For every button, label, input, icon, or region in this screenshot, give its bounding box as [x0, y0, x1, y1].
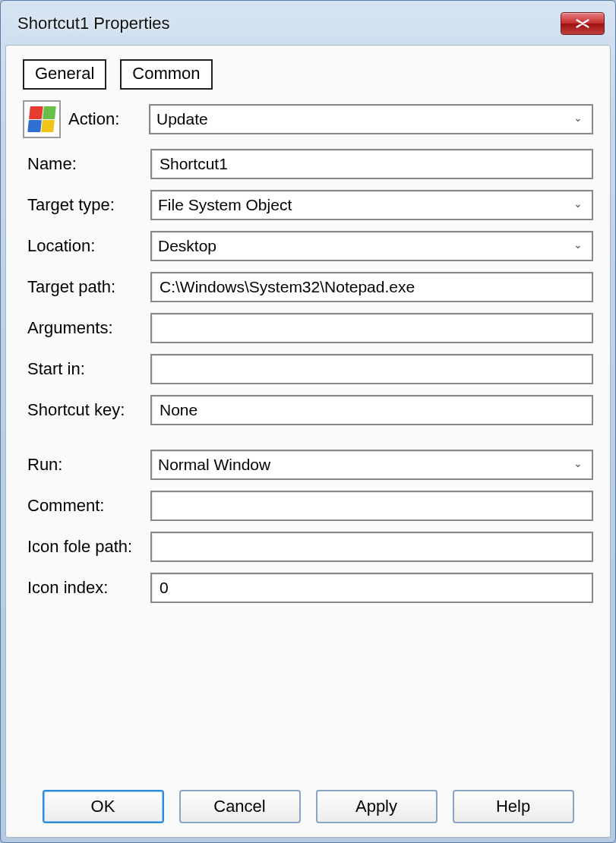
comment-field[interactable] — [150, 491, 593, 521]
row-comment: Comment: — [23, 491, 593, 521]
tab-strip: General Common — [23, 59, 593, 90]
start-in-field[interactable] — [150, 354, 593, 384]
label-start-in: Start in: — [23, 359, 150, 379]
target-path-field[interactable] — [150, 272, 593, 302]
row-target-type: Target type: File System Object ⌄ — [23, 190, 593, 220]
target-path-input[interactable] — [158, 277, 586, 297]
label-name: Name: — [23, 154, 150, 174]
title-bar: Shortcut1 Properties — [1, 1, 615, 40]
label-shortcut-key: Shortcut key: — [23, 400, 150, 420]
chevron-down-icon: ⌄ — [573, 112, 583, 124]
spacer — [23, 436, 593, 450]
action-value: Update — [156, 110, 208, 128]
row-name: Name: — [23, 149, 593, 179]
shortcut-key-input[interactable] — [158, 400, 586, 420]
row-run: Run: Normal Window ⌄ — [23, 450, 593, 480]
label-location: Location: — [23, 236, 150, 256]
target-type-select[interactable]: File System Object ⌄ — [150, 190, 593, 220]
row-shortcut-key: Shortcut key: — [23, 395, 593, 425]
row-start-in: Start in: — [23, 354, 593, 384]
ok-button[interactable]: OK — [43, 790, 164, 823]
apply-button[interactable]: Apply — [316, 790, 438, 823]
close-icon — [574, 18, 591, 29]
icon-index-field[interactable] — [150, 573, 593, 603]
chevron-down-icon: ⌄ — [573, 457, 583, 469]
row-icon-index: Icon index: — [23, 573, 593, 603]
start-in-input[interactable] — [158, 359, 586, 379]
tab-general[interactable]: General — [23, 59, 106, 90]
label-target-type: Target type: — [23, 195, 150, 215]
label-action: Action: — [68, 109, 149, 129]
label-comment: Comment: — [23, 496, 150, 516]
close-button[interactable] — [561, 12, 605, 35]
location-value: Desktop — [158, 237, 216, 255]
run-select[interactable]: Normal Window ⌄ — [150, 450, 593, 480]
label-target-path: Target path: — [23, 277, 150, 297]
name-input[interactable] — [158, 154, 586, 174]
label-icon-file-path: Icon fole path: — [23, 537, 150, 557]
row-action: Action: Update ⌄ — [23, 100, 593, 138]
arguments-field[interactable] — [150, 313, 593, 343]
properties-window: Shortcut1 Properties General Common Acti… — [0, 0, 616, 843]
button-row: OK Cancel Apply Help — [23, 784, 593, 823]
comment-input[interactable] — [158, 496, 586, 516]
target-type-value: File System Object — [158, 196, 292, 214]
label-run: Run: — [23, 455, 150, 475]
label-icon-index: Icon index: — [23, 578, 150, 598]
row-target-path: Target path: — [23, 272, 593, 302]
action-select[interactable]: Update ⌄ — [149, 104, 593, 134]
shortcut-key-field[interactable] — [150, 395, 593, 425]
icon-file-path-input[interactable] — [158, 537, 586, 557]
row-location: Location: Desktop ⌄ — [23, 231, 593, 261]
icon-index-input[interactable] — [158, 578, 586, 598]
run-value: Normal Window — [158, 456, 270, 474]
icon-file-path-field[interactable] — [150, 532, 593, 562]
form-area: Action: Update ⌄ Name: Target type: File… — [23, 100, 593, 784]
windows-logo-icon — [23, 100, 61, 138]
help-button[interactable]: Help — [453, 790, 574, 823]
row-icon-file-path: Icon fole path: — [23, 532, 593, 562]
tab-common[interactable]: Common — [120, 59, 212, 90]
arguments-input[interactable] — [158, 318, 586, 338]
row-arguments: Arguments: — [23, 313, 593, 343]
chevron-down-icon: ⌄ — [573, 197, 583, 210]
cancel-button[interactable]: Cancel — [179, 790, 301, 823]
chevron-down-icon: ⌄ — [573, 238, 583, 251]
name-field[interactable] — [150, 149, 593, 179]
label-arguments: Arguments: — [23, 318, 150, 338]
client-area: General Common Action: Update ⌄ Name: — [5, 45, 611, 838]
window-title: Shortcut1 Properties — [17, 14, 170, 33]
location-select[interactable]: Desktop ⌄ — [150, 231, 593, 261]
